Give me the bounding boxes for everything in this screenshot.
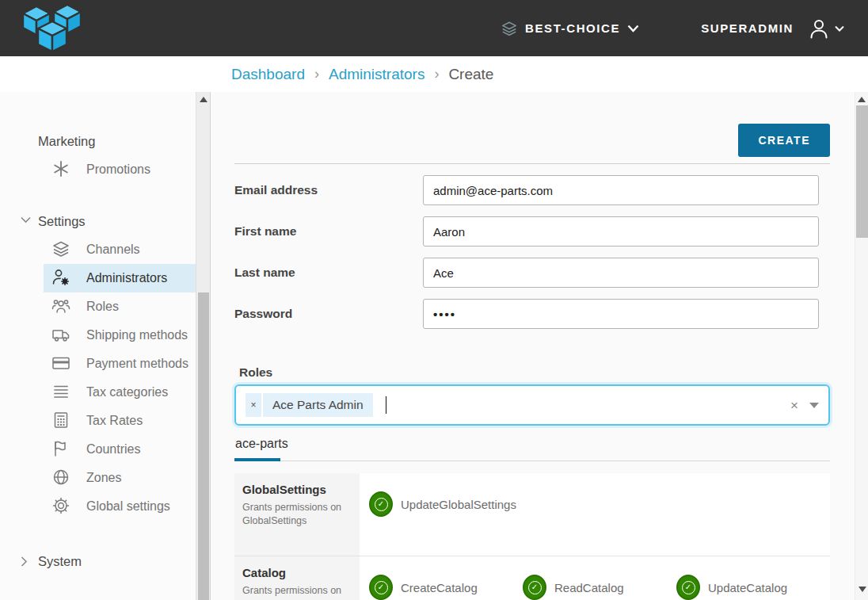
permission-group-description: Grants permissions on GlobalSettings — [242, 501, 352, 528]
top-bar: BEST-CHOICE SUPERADMIN — [0, 0, 868, 56]
calculator-icon — [51, 411, 70, 430]
permission-createcatalog: ✓ CreateCatalog — [369, 574, 523, 600]
permission-row-globalsettings: GlobalSettings Grants permissions on Glo… — [234, 473, 830, 556]
email-label: Email address — [234, 183, 423, 197]
permission-readcatalog: ✓ ReadCatalog — [523, 574, 676, 600]
user-menu[interactable] — [808, 17, 844, 40]
app-window: BEST-CHOICE SUPERADMIN Dashboard › — [0, 0, 868, 600]
breadcrumb-administrators[interactable]: Administrators — [329, 66, 424, 83]
chevron-down-icon — [627, 25, 639, 32]
permission-group-name: GlobalSettings — [242, 483, 352, 496]
channel-switcher[interactable]: BEST-CHOICE — [501, 20, 639, 37]
globe-icon — [51, 468, 70, 487]
create-button[interactable]: CREATE — [738, 124, 830, 157]
toggle-on-icon[interactable]: ✓ — [676, 575, 700, 600]
first-name-label: First name — [234, 224, 423, 239]
toggle-on-icon[interactable]: ✓ — [369, 491, 393, 517]
vendure-logo-icon[interactable] — [22, 4, 82, 55]
scroll-down-arrow[interactable] — [858, 587, 866, 592]
user-label: SUPERADMIN — [701, 21, 794, 35]
sidebar-item-label: Zones — [86, 471, 121, 484]
sidebar: Customer groups Marketing Promotions — [0, 92, 211, 600]
permission-updatecatalog: ✓ UpdateCatalog — [676, 574, 830, 600]
role-chip-label: Ace Parts Admin — [263, 393, 373, 417]
sidebar-item-tax-rates[interactable]: Tax Rates — [44, 407, 196, 435]
breadcrumb-dashboard[interactable]: Dashboard — [231, 66, 305, 83]
check-icon: ✓ — [682, 581, 695, 594]
sidebar-section-marketing[interactable]: Marketing — [38, 134, 196, 149]
chevron-down-icon — [21, 216, 31, 224]
check-icon: ✓ — [528, 581, 542, 594]
password-row: Password — [234, 299, 830, 329]
sidebar-item-label: Roles — [86, 300, 119, 313]
select-controls: × — [790, 399, 819, 412]
check-icon: ✓ — [375, 581, 388, 594]
role-chip: × Ace Parts Admin — [246, 393, 373, 417]
toggle-on-icon[interactable]: ✓ — [523, 575, 546, 600]
user-gear-icon — [51, 268, 70, 287]
topbar-controls: BEST-CHOICE SUPERADMIN — [501, 17, 844, 40]
sidebar-scrollbar-thumb[interactable] — [198, 292, 209, 600]
main-scrollbar[interactable] — [855, 92, 868, 600]
sidebar-item-global-settings[interactable]: Global settings — [44, 492, 196, 521]
cog-icon — [51, 496, 70, 515]
password-field[interactable] — [423, 299, 819, 329]
check-icon: ✓ — [375, 498, 388, 511]
sidebar-item-shipping-methods[interactable]: Shipping methods — [44, 321, 196, 350]
first-name-field[interactable] — [423, 216, 819, 246]
chevron-down-icon — [835, 25, 844, 32]
layers-icon — [501, 20, 518, 37]
section-label: System — [38, 554, 82, 568]
scroll-up-arrow[interactable] — [858, 97, 866, 102]
breadcrumb: Dashboard › Administrators › Create — [231, 66, 493, 83]
truck-icon — [51, 325, 70, 344]
sidebar-item-channels[interactable]: Channels — [44, 235, 196, 264]
clear-icon[interactable]: × — [790, 399, 798, 412]
chevron-right-icon — [21, 556, 28, 567]
permission-label: UpdateGlobalSettings — [401, 498, 516, 511]
sidebar-item-administrators[interactable]: Administrators — [44, 264, 196, 292]
sidebar-item-label: Promotions — [86, 162, 150, 176]
sidebar-item-countries[interactable]: Countries — [44, 435, 196, 464]
roles-label: Roles — [234, 365, 830, 380]
password-label: Password — [234, 307, 423, 321]
divider — [234, 163, 830, 164]
sidebar-item-tax-categories[interactable]: Tax categories — [44, 378, 196, 407]
permission-group-name: Catalog — [242, 566, 352, 579]
sidebar-section-system[interactable]: System — [38, 554, 196, 569]
first-name-row: First name — [234, 216, 830, 246]
sidebar-item-payment-methods[interactable]: Payment methods — [44, 350, 196, 378]
sidebar-item-customer-groups[interactable]: Customer groups — [44, 92, 196, 99]
sidebar-item-zones[interactable]: Zones — [44, 464, 196, 492]
sidebar-item-promotions[interactable]: Promotions — [44, 155, 196, 184]
sidebar-section-settings[interactable]: Settings — [38, 214, 196, 229]
sidebar-item-label: Channels — [86, 243, 140, 256]
sidebar-scrollbar[interactable] — [196, 92, 210, 600]
chip-remove-icon[interactable]: × — [246, 393, 263, 417]
breadcrumb-create: Create — [448, 66, 493, 83]
sidebar-item-roles[interactable]: Roles — [44, 292, 196, 321]
toggle-on-icon[interactable]: ✓ — [369, 575, 393, 600]
permission-group-description: Grants permissions on Products, Facets — [242, 584, 352, 600]
email-field[interactable] — [423, 175, 819, 205]
list-icon — [51, 382, 70, 401]
asterisk-icon — [51, 159, 70, 178]
flag-icon — [51, 439, 70, 458]
dropdown-caret-icon[interactable] — [809, 403, 819, 408]
breadcrumb-bar: Dashboard › Administrators › Create — [0, 56, 868, 92]
person-icon — [808, 17, 830, 40]
users-icon — [51, 92, 70, 94]
last-name-field[interactable] — [423, 258, 819, 288]
sidebar-item-label: Payment methods — [86, 357, 188, 370]
main-scrollbar-thumb[interactable] — [856, 105, 868, 238]
tab-ace-parts[interactable]: ace-parts — [234, 437, 291, 457]
channel-tabs: ace-parts — [234, 437, 830, 461]
roles-select[interactable]: × Ace Parts Admin × — [234, 384, 830, 426]
permission-updateglobalsettings: ✓ UpdateGlobalSettings — [369, 491, 523, 518]
email-row: Email address — [234, 175, 830, 205]
sidebar-item-label: Administrators — [86, 271, 167, 285]
layers-icon — [51, 239, 70, 258]
permission-group-cell: GlobalSettings Grants permissions on Glo… — [234, 473, 360, 556]
scroll-up-arrow[interactable] — [200, 97, 207, 102]
credit-card-icon — [51, 354, 70, 373]
